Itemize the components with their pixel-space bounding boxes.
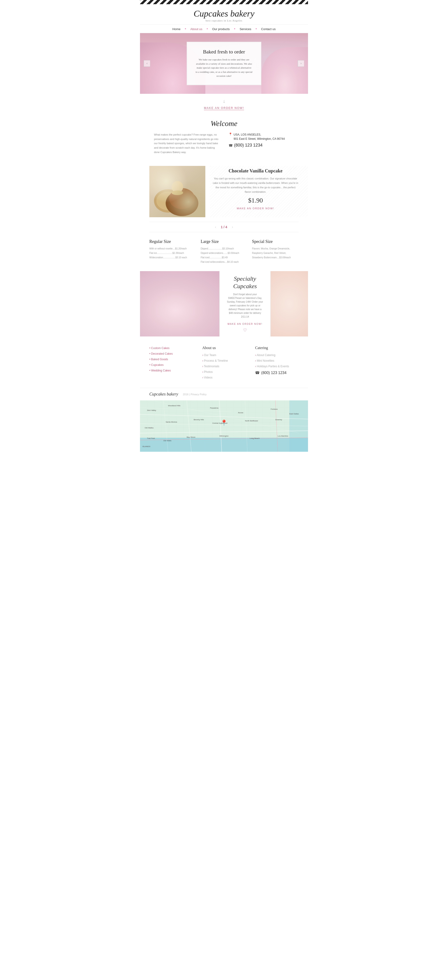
product-order-link[interactable]: MAKE AN ORDER NOW! (212, 207, 299, 210)
address-line1: USA, LOS ANGELES, (234, 133, 261, 136)
footer-link-mini-novelties[interactable]: Mini Novelties (255, 358, 299, 363)
svg-point-1 (156, 192, 180, 210)
svg-line-10 (163, 400, 168, 452)
footer-link-testimonials-a[interactable]: Testimonials (202, 365, 219, 368)
footer-products-list: Custom Cakes Decorated Cakes Baked Goods… (149, 346, 193, 372)
hero-next-icon: › (300, 62, 302, 65)
footer-link-wedding-cakes-a[interactable]: Wedding Cakes (149, 369, 171, 372)
size-special-items: Flavors: Mocha, Orange Dreamsicle, Raspb… (252, 247, 299, 260)
hero-title: Baked fresh to order (195, 49, 253, 55)
svg-text:Downey: Downey (275, 418, 282, 421)
size-regular-items: With or without rosette....$1.20/each Fl… (149, 247, 196, 260)
specialty-bg-left (140, 271, 229, 336)
nav-about[interactable]: About us (186, 27, 207, 31)
carousel-prev-button[interactable]: ‹ (215, 225, 216, 229)
specialty-order-link[interactable]: MAKE AN ORDER NOW! (227, 323, 262, 325)
footer-link-cupcakes[interactable]: Cupcakes (149, 363, 193, 367)
svg-text:Wilmington: Wilmington (219, 435, 229, 437)
heart-icon: ♡ (226, 328, 264, 333)
map-roads-svg: Simi Valley Woodland Hills Pasadena Azus… (140, 400, 308, 452)
sizes-section: Regular Size With or without rosette....… (140, 232, 308, 271)
cta-order-link[interactable]: MAKE AN ORDER NOW! (204, 107, 244, 110)
footer-link-photos-a[interactable]: Photos (202, 370, 213, 374)
footer-link-mini-novelties-a[interactable]: Mini Novelties (255, 359, 274, 363)
footer-link-our-team[interactable]: Our Team (202, 353, 246, 357)
carousel-total: 4 (226, 225, 227, 229)
svg-text:Azusa: Azusa (238, 412, 243, 414)
svg-point-4 (172, 181, 183, 193)
specialty-box: Specialty Cupcakes Don't forget about yo… (219, 271, 271, 336)
size-special-title: Special Size (252, 239, 299, 244)
carousel-separator: / (224, 225, 226, 229)
footer-link-photos[interactable]: Photos (202, 370, 246, 374)
site-title: Cupcakes bakery (140, 8, 308, 19)
footer-link-testimonials[interactable]: Testimonials (202, 364, 246, 368)
svg-text:Los Alamitos: Los Alamitos (278, 435, 288, 437)
size-large: Large Size Dipped......................$… (201, 239, 247, 264)
svg-text:Woodland Hills: Woodland Hills (168, 405, 180, 407)
svg-text:East Dallas: East Dallas (289, 413, 299, 415)
svg-line-12 (219, 400, 222, 452)
footer-link-cupcakes-a[interactable]: Cupcakes (149, 363, 164, 367)
footer-link-process[interactable]: Process & Timeline (202, 358, 246, 363)
footer-link-about-catering[interactable]: About Catering (255, 353, 299, 357)
footer-link-baked-goods[interactable]: Baked Goods (149, 357, 193, 361)
footer-bottom: Cupcakes bakery 2016 | Privacy Policy (140, 388, 308, 400)
svg-text:North Bellflower: North Bellflower (245, 420, 258, 422)
footer-link-videos-a[interactable]: Videos (202, 376, 213, 379)
product-image-svg (149, 166, 205, 217)
product-carousel: Chocolate Vanilla Cupcake You can't go w… (140, 161, 308, 222)
welcome-title: Welcome (154, 119, 294, 128)
specialty-title: Specialty Cupcakes (226, 275, 264, 290)
hero-next-button[interactable]: › (298, 60, 304, 67)
size-large-title: Large Size (201, 239, 247, 244)
footer-link-videos[interactable]: Videos (202, 375, 246, 379)
footer-link-baked-goods-a[interactable]: Baked Goods (149, 358, 168, 361)
header: Cupcakes bakery best cupcakes in Los Ang… (140, 4, 308, 24)
footer-link-custom-cakes[interactable]: Custom Cakes (149, 346, 193, 350)
footer-link-our-team-a[interactable]: Our Team (202, 353, 216, 357)
footer-link-decorated-cakes[interactable]: Decorated Cakes (149, 352, 193, 356)
footer-link-custom-cakes-a[interactable]: Custom Cakes (149, 347, 169, 350)
svg-point-3 (169, 188, 195, 209)
carousel-current: 1 (221, 225, 222, 229)
footer-phone-icon: ☎ (255, 371, 260, 375)
specialty-description: Don't forget about your SWEETheart on Va… (226, 293, 264, 319)
svg-line-11 (187, 400, 191, 452)
welcome-section: Welcome What makes the perfect cupcake? … (140, 112, 308, 161)
footer-link-holidays[interactable]: Holidays Parties & Events (255, 364, 299, 368)
footer-link-holidays-a[interactable]: Holidays Parties & Events (255, 365, 289, 368)
svg-text:Old Malibu: Old Malibu (145, 427, 154, 429)
specialty-section: Specialty Cupcakes Don't forget about yo… (140, 271, 308, 336)
carousel-next-button[interactable]: › (232, 225, 233, 229)
nav-contact[interactable]: Contact us (257, 27, 280, 31)
size-large-items: Dipped......................$3.10/each D… (201, 247, 247, 264)
nav-home[interactable]: Home (168, 27, 185, 31)
footer-link-decorated-cakes-a[interactable]: Decorated Cakes (149, 352, 173, 355)
footer-about-title: About us (202, 346, 246, 350)
carousel-nav: ‹ 1 / 4 › (149, 222, 299, 232)
footer-brand: Cupcakes bakery (149, 392, 178, 397)
product-details: Chocolate Vanilla Cupcake You can't go w… (212, 166, 299, 217)
footer-col-products: Custom Cakes Decorated Cakes Baked Goods… (149, 346, 193, 381)
cta-section: ↓ MAKE AN ORDER NOW! (140, 94, 308, 112)
footer-link-wedding-cakes[interactable]: Wedding Cakes (149, 368, 193, 372)
product-name: Chocolate Vanilla Cupcake (212, 168, 299, 173)
product-image (149, 166, 205, 217)
svg-text:Simi Valley: Simi Valley (147, 409, 156, 411)
footer-about-list: Our Team Process & Timeline Testimonials… (202, 353, 246, 379)
svg-text:Santa Monica: Santa Monica (166, 421, 177, 423)
top-stripe (140, 0, 308, 4)
nav-services[interactable]: Services (235, 27, 256, 31)
footer-link-about-catering-a[interactable]: About Catering (255, 353, 275, 357)
hero-prev-icon: ‹ (146, 62, 148, 65)
svg-point-2 (166, 190, 199, 216)
product-description: You can't go wrong with this classic com… (212, 177, 299, 194)
map-section: Simi Valley Woodland Hills Pasadena Azus… (140, 400, 308, 452)
size-regular-title: Regular Size (149, 239, 196, 244)
nav-products[interactable]: Our products (208, 27, 234, 31)
footer-link-process-a[interactable]: Process & Timeline (202, 359, 228, 363)
size-regular: Regular Size With or without rosette....… (149, 239, 196, 264)
hero-prev-button[interactable]: ‹ (144, 60, 150, 67)
address-text: USA, LOS ANGELES, 901 East E Street, Wil… (234, 132, 285, 141)
